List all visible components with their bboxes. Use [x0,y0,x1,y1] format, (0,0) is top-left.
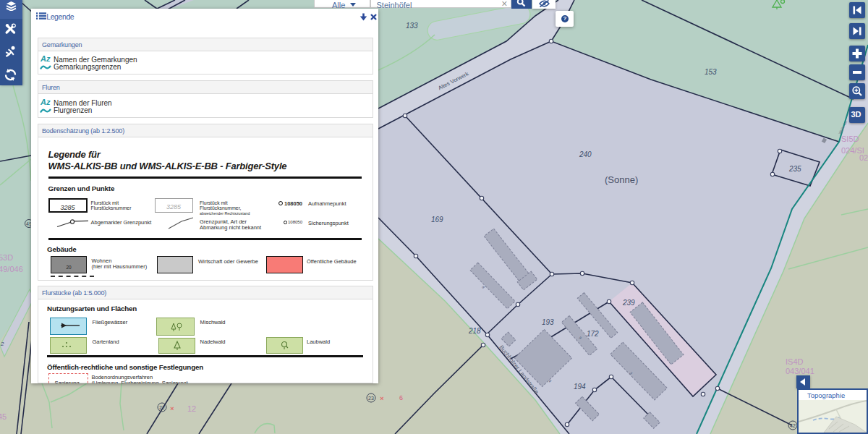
svg-text:(Sonne): (Sonne) [605,174,638,185]
svg-text:IS4D: IS4D [786,357,804,366]
svg-text:133: 133 [406,22,418,30]
svg-text:45: 45 [0,412,7,421]
svg-text:043/041: 043/041 [786,367,814,375]
svg-text:×: × [170,405,174,412]
svg-text:53D: 53D [0,253,13,262]
svg-text:02: 02 [859,153,868,162]
svg-text:12: 12 [187,404,196,413]
svg-text:240: 240 [579,150,592,158]
svg-text:SI5D: SI5D [841,135,859,143]
svg-text:172: 172 [587,330,599,338]
svg-text:2: 2 [0,341,4,347]
svg-text:049/046: 049/046 [0,265,23,273]
svg-text:218: 218 [468,327,481,335]
svg-text:193: 193 [542,318,554,326]
svg-text:42: 42 [790,423,796,428]
svg-text:23: 23 [368,396,374,401]
svg-text:235: 235 [788,165,801,173]
svg-text:×: × [380,395,383,402]
svg-text:169: 169 [431,216,443,224]
svg-text:6: 6 [399,394,403,401]
svg-text:153: 153 [705,68,717,76]
svg-text:239: 239 [622,299,635,307]
svg-text:22: 22 [159,405,165,410]
svg-text:194: 194 [574,383,586,391]
